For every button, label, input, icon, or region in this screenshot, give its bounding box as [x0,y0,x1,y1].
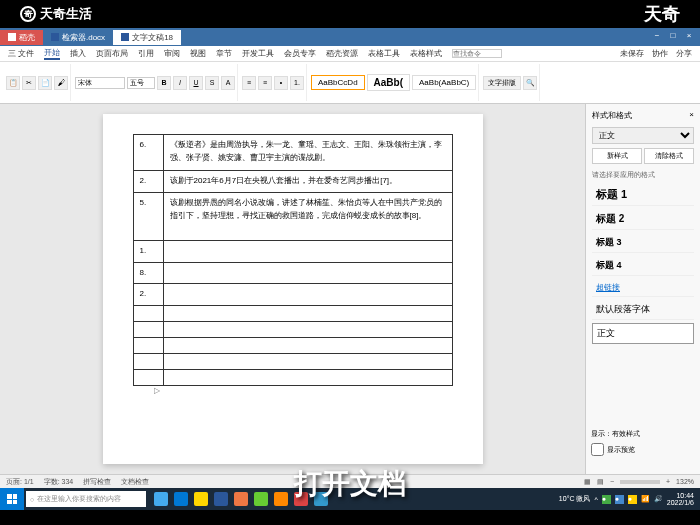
show-styles-select[interactable]: 显示：有效样式 [591,427,694,441]
align-center-button[interactable]: ≡ [258,76,272,90]
wps-window: 稻壳 检索器.docx 文字文稿18 − □ × 三 文件 开始 插入 页面布局… [0,28,700,488]
table-row [133,306,452,322]
strike-button[interactable]: S [205,76,219,90]
menu-vip[interactable]: 会员专享 [284,48,316,59]
style-item-link[interactable]: 超链接 [592,279,694,297]
menu-tblstyle[interactable]: 表格样式 [410,48,442,59]
brand-logo: 奇 天奇生活 [20,5,92,23]
style-h1[interactable]: AaBb( [367,74,410,91]
style-item-default[interactable]: 默认段落字体 [592,300,694,320]
table-row [133,370,452,386]
share-button[interactable]: 分享 [676,48,692,59]
style-normal[interactable]: AaBbCcDd [311,75,365,90]
styles-panel: 样式和格式 × 正文 新样式 清除格式 请选择要应用的格式 标题 1 标题 2 … [585,104,700,474]
font-select[interactable] [75,77,125,89]
table-row: 8. [133,262,452,284]
video-caption: 打开文档 [0,465,700,503]
minimize-button[interactable]: − [650,31,664,43]
command-search[interactable] [452,49,502,58]
video-top-bar: 奇 天奇生活 天奇 [0,0,700,28]
table-row [133,322,452,338]
find-button[interactable]: 🔍 [523,76,537,90]
cut-button[interactable]: ✂ [22,76,36,90]
underline-button[interactable]: U [189,76,203,90]
menu-res[interactable]: 稻壳资源 [326,48,358,59]
text-tools-button[interactable]: 文字排版 [483,76,521,90]
cursor-indicator: ▷ [154,386,160,395]
menu-bar: 三 文件 开始 插入 页面布局 引用 审阅 视图 章节 开发工具 会员专享 稻壳… [0,46,700,62]
current-style-select[interactable]: 正文 [592,127,694,144]
menu-dev[interactable]: 开发工具 [242,48,274,59]
menu-view[interactable]: 视图 [190,48,206,59]
table-row: 2. [133,284,452,306]
style-item-h2[interactable]: 标题 2 [592,209,694,230]
unsaved-label: 未保存 [620,48,644,59]
italic-button[interactable]: I [173,76,187,90]
style-item-h4[interactable]: 标题 4 [592,256,694,276]
new-style-button[interactable]: 新样式 [592,148,642,164]
logo-icon: 奇 [20,6,36,22]
tab-home[interactable]: 稻壳 [0,30,43,45]
menu-insert[interactable]: 插入 [70,48,86,59]
menu-file[interactable]: 三 文件 [8,48,34,59]
numbers-button[interactable]: 1. [290,76,304,90]
logo-text: 天奇生活 [40,5,92,23]
window-controls: − □ × [650,31,700,43]
word-icon [51,33,59,41]
menu-ref[interactable]: 引用 [138,48,154,59]
table-row: 2.该剧于2021年6月7日在央视八套播出，并在爱奇艺同步播出[7]。 [133,171,452,193]
maximize-button[interactable]: □ [666,31,680,43]
collab-button[interactable]: 协作 [652,48,668,59]
style-list: 标题 1 标题 2 标题 3 标题 4 超链接 默认段落字体 正文 [592,184,694,344]
preview-checkbox[interactable]: 显示预览 [591,441,694,458]
table-row [133,338,452,354]
menu-section[interactable]: 章节 [216,48,232,59]
tab-doc2[interactable]: 文字文稿18 [113,30,181,45]
content-table[interactable]: 6.《叛逆者》是由周游执导，朱一龙、童瑶、王志文、王阳、朱珠领衔主演，李强、张子… [133,134,453,386]
menu-layout[interactable]: 页面布局 [96,48,128,59]
style-item-h1[interactable]: 标题 1 [592,184,694,206]
align-left-button[interactable]: ≡ [242,76,256,90]
bullets-button[interactable]: • [274,76,288,90]
size-select[interactable] [127,77,155,89]
clear-format-button[interactable]: 清除格式 [644,148,694,164]
panel-title: 样式和格式 [592,110,632,121]
style-h2[interactable]: AaBb(AaBbC) [412,75,476,90]
doc-icon [8,33,16,41]
top-right-brand: 天奇 [644,2,680,26]
page: 6.《叛逆者》是由周游执导，朱一龙、童瑶、王志文、王阳、朱珠领衔主演，李强、张子… [103,114,483,464]
copy-button[interactable]: 📄 [38,76,52,90]
color-button[interactable]: A [221,76,235,90]
main-area: ▷ 6.《叛逆者》是由周游执导，朱一龙、童瑶、王志文、王阳、朱珠领衔主演，李强、… [0,104,700,474]
close-button[interactable]: × [682,31,696,43]
menu-home[interactable]: 开始 [44,47,60,60]
title-bar: 稻壳 检索器.docx 文字文稿18 − □ × [0,28,700,46]
ribbon: 📋 ✂ 📄 🖌 B I U S A ≡ ≡ • 1. AaBbCcDd AaBb… [0,62,700,104]
table-row: 1. [133,240,452,262]
table-row: 5.该剧根据畀愚的同名小说改编，讲述了林楠笙、朱怡贞等人在中国共产党员的指引下，… [133,192,452,240]
format-painter-button[interactable]: 🖌 [54,76,68,90]
table-row [133,354,452,370]
paste-button[interactable]: 📋 [6,76,20,90]
menu-tbl[interactable]: 表格工具 [368,48,400,59]
tab-doc1[interactable]: 检索器.docx [43,30,113,45]
style-item-h3[interactable]: 标题 3 [592,233,694,253]
document-canvas[interactable]: ▷ 6.《叛逆者》是由周游执导，朱一龙、童瑶、王志文、王阳、朱珠领衔主演，李强、… [0,104,585,474]
panel-close-icon[interactable]: × [689,110,694,121]
bold-button[interactable]: B [157,76,171,90]
panel-instruction: 请选择要应用的格式 [592,170,694,180]
table-row: 6.《叛逆者》是由周游执导，朱一龙、童瑶、王志文、王阳、朱珠领衔主演，李强、张子… [133,135,452,171]
word-icon [121,33,129,41]
menu-review[interactable]: 审阅 [164,48,180,59]
style-item-normal[interactable]: 正文 [592,323,694,344]
